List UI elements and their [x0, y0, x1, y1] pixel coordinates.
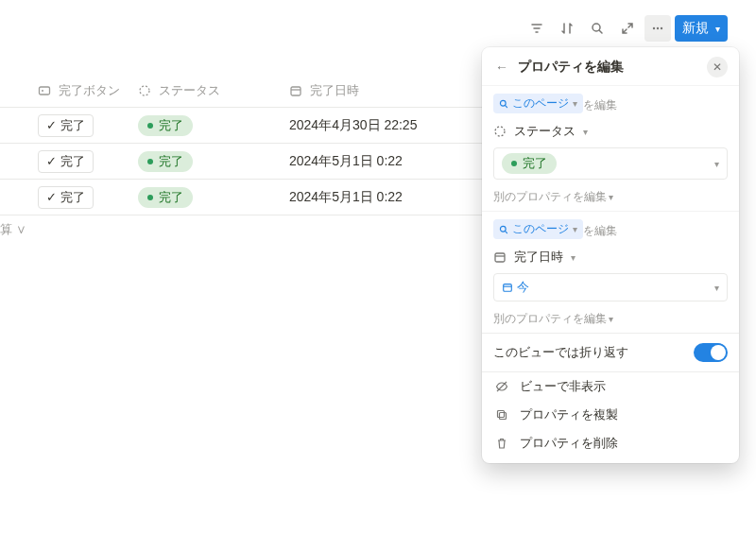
column-header-date[interactable]: 完了日時: [282, 82, 491, 99]
date-property-row[interactable]: 完了日時 ▾: [493, 249, 728, 266]
table-row[interactable]: ✓ 完了 完了 2024年5月1日 0:22: [0, 180, 491, 215]
column-header-status[interactable]: ステータス: [130, 82, 282, 99]
expand-icon[interactable]: [614, 15, 641, 42]
svg-rect-14: [498, 411, 505, 418]
panel-title: プロパティを編集: [518, 59, 699, 76]
back-icon[interactable]: ←: [493, 60, 510, 75]
wrap-toggle-row: このビューでは折り返す: [482, 334, 739, 371]
status-badge: 完了: [138, 115, 193, 136]
hide-in-view-action[interactable]: ビューで非表示: [482, 372, 739, 401]
table-row[interactable]: ✓ 完了 完了 2024年4月30日 22:25: [0, 108, 491, 144]
svg-rect-12: [504, 284, 512, 292]
panel-section-date: このページ ▾ を編集 完了日時 ▾ 今 ▾ 別のプロパティを編集 ▾: [482, 211, 739, 333]
svg-point-1: [653, 27, 655, 29]
trash-icon: [495, 437, 510, 450]
done-button[interactable]: ✓ 完了: [38, 150, 94, 173]
edit-other-property-link[interactable]: 別のプロパティを編集 ▾: [493, 189, 613, 205]
button-column-icon: [38, 84, 53, 97]
svg-rect-7: [291, 87, 301, 95]
date-cell: 2024年5月1日 0:22: [289, 153, 403, 170]
delete-property-action[interactable]: プロパティを削除: [482, 429, 739, 457]
this-page-chip[interactable]: このページ ▾: [493, 94, 583, 113]
svg-point-6: [140, 86, 149, 95]
svg-rect-4: [40, 87, 50, 95]
view-toolbar: [524, 15, 671, 42]
date-cell: 2024年4月30日 22:25: [289, 117, 417, 134]
svg-rect-11: [495, 253, 505, 262]
more-icon[interactable]: [644, 15, 671, 42]
date-column-icon: [289, 84, 304, 97]
status-select[interactable]: 完了 ▾: [493, 147, 728, 180]
copy-icon: [495, 408, 510, 422]
chevron-down-icon: ▾: [571, 252, 576, 263]
new-button-label: 新規: [682, 20, 709, 37]
chevron-down-icon: ▾: [715, 24, 720, 34]
status-badge: 完了: [138, 151, 193, 172]
svg-rect-13: [500, 413, 507, 420]
chevron-down-icon: ▾: [583, 127, 588, 137]
date-cell: 2024年5月1日 0:22: [289, 189, 403, 206]
chevron-down-icon: ▾: [714, 283, 719, 293]
status-property-row[interactable]: ステータス ▾: [493, 123, 728, 140]
done-button[interactable]: ✓ 完了: [38, 114, 94, 137]
status-icon: [493, 125, 508, 138]
status-badge: 完了: [138, 187, 193, 208]
wrap-toggle[interactable]: [694, 343, 728, 362]
close-icon[interactable]: ✕: [707, 57, 728, 78]
summary-label[interactable]: 算 ∨: [0, 221, 26, 238]
table-row[interactable]: ✓ 完了 完了 2024年5月1日 0:22: [0, 144, 491, 180]
edit-other-property-link[interactable]: 別のプロパティを編集 ▾: [493, 311, 613, 327]
svg-point-9: [495, 127, 505, 136]
calendar-icon: [493, 250, 508, 264]
this-page-chip[interactable]: このページ ▾: [493, 219, 583, 239]
svg-point-3: [661, 27, 662, 29]
search-icon[interactable]: [584, 15, 610, 42]
database-table: 完了ボタン ステータス 完了日時 ✓ 完了 完了 2024年4月30日 22:2…: [0, 74, 491, 215]
duplicate-property-action[interactable]: プロパティを複製: [482, 401, 739, 429]
property-edit-panel: ← プロパティを編集 ✕ このページ ▾ を編集 ステータス ▾ 完了 ▾ 別の…: [482, 47, 739, 463]
sort-icon[interactable]: [554, 15, 580, 42]
column-header-button[interactable]: 完了ボタン: [0, 82, 130, 99]
date-select[interactable]: 今 ▾: [493, 273, 728, 301]
table-header: 完了ボタン ステータス 完了日時: [0, 74, 491, 108]
svg-point-2: [657, 27, 659, 29]
chevron-down-icon: ▾: [714, 159, 719, 169]
new-button[interactable]: 新規 ▾: [675, 15, 728, 42]
status-column-icon: [138, 84, 153, 97]
panel-section-status: このページ ▾ を編集 ステータス ▾ 完了 ▾ 別のプロパティを編集 ▾: [482, 85, 739, 211]
done-button[interactable]: ✓ 完了: [38, 186, 94, 209]
filter-icon[interactable]: [524, 15, 550, 42]
svg-point-5: [42, 90, 43, 92]
eye-off-icon: [495, 380, 510, 393]
